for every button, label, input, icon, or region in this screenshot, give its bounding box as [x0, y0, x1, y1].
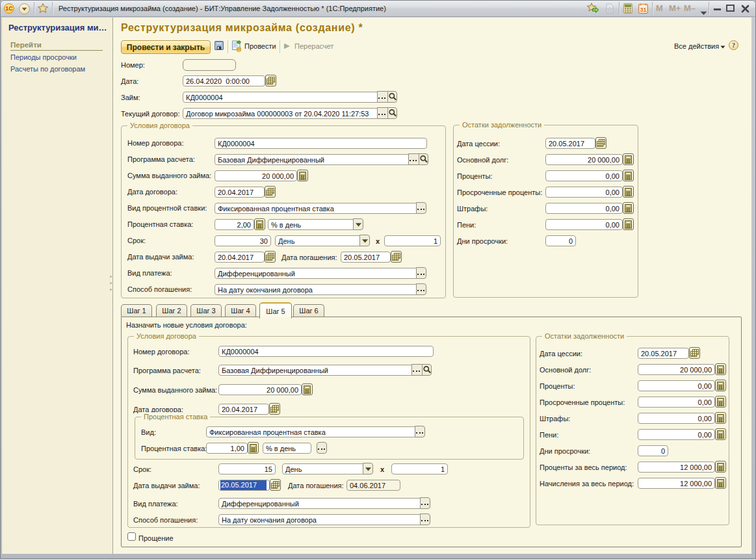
- svg-text:31: 31: [640, 6, 646, 13]
